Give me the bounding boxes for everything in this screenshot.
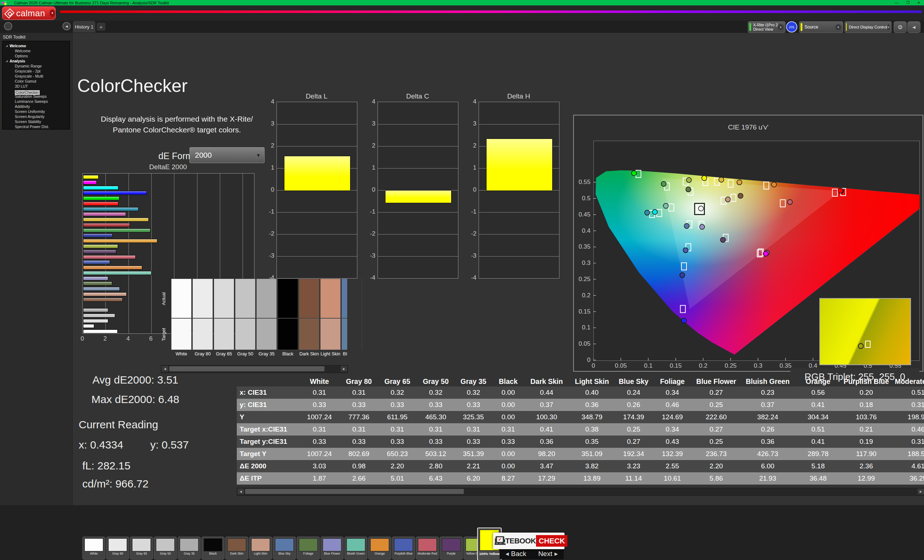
patch-column-gray-50[interactable]: Gray 50	[235, 279, 255, 356]
scroll-left-icon[interactable]: ◀	[237, 488, 244, 494]
patch-button-label: Foliage	[297, 552, 320, 555]
patch-column-white[interactable]: White	[171, 279, 192, 356]
meter-count-badge[interactable]: 231	[786, 21, 797, 33]
patch-button-moderate-red[interactable]: Moderate Red	[416, 536, 439, 560]
de-formula-select[interactable]: 2000 ▼	[189, 147, 265, 163]
deltae-bar-orange	[83, 265, 142, 270]
target-swatch	[192, 318, 213, 350]
target-swatch	[214, 318, 234, 350]
patch-button-light-skin[interactable]: Light Skin	[249, 536, 272, 560]
back-button[interactable]: ◀ Back	[506, 550, 526, 558]
patch-column-light-skin[interactable]: Light Skin	[320, 279, 341, 356]
patch-button-gray-80[interactable]: Gray 80	[106, 536, 129, 560]
sidebar-item-dynamic-range[interactable]: Dynamic Range	[3, 63, 70, 69]
sidebar-item-3d-lut[interactable]: 3D LUT	[3, 84, 70, 89]
actual-swatch	[299, 279, 320, 318]
patch-button-gray-35[interactable]: Gray 35	[178, 536, 201, 560]
sidebar-item-screen-angularity[interactable]: Screen Angularity	[3, 114, 70, 119]
patch-button-bluish-green[interactable]: Bluish Green	[344, 536, 368, 560]
patch-column-gray-65[interactable]: Gray 65	[214, 279, 234, 356]
patch-button-label: Dark Skin	[226, 552, 248, 555]
target-swatch	[235, 318, 255, 350]
y-tick-label: 2	[466, 142, 476, 150]
sidebar: SDR Toolkit ◢WelcomeWelcomeOptions◢Analy…	[0, 33, 72, 560]
sidebar-item-luminance-sweeps[interactable]: Luminance Sweeps	[3, 99, 70, 104]
delta-bar	[486, 139, 553, 191]
patch-button-orange[interactable]: Orange	[368, 536, 391, 560]
patch-column-gray-35[interactable]: Gray 35	[256, 279, 277, 356]
strip-scrollbar[interactable]: ◀▶	[161, 365, 348, 373]
back-arrow-icon: ◀	[506, 551, 509, 556]
workflow-tree: ◢WelcomeWelcomeOptions◢AnalysisDynamic R…	[2, 41, 70, 130]
sidebar-item-grayscale-multi[interactable]: Grayscale - Multi	[3, 73, 70, 79]
y-tick-label: -2	[365, 230, 375, 237]
sidebar-item-screen-stability[interactable]: Screen Stability	[3, 119, 70, 124]
expander-icon[interactable]: ◢	[6, 60, 8, 63]
sidebar-item-additivity[interactable]: Additivity	[3, 104, 70, 109]
measured-point-moderate-red	[788, 199, 793, 205]
patch-column-dark-skin[interactable]: Dark Skin	[299, 279, 320, 356]
table-row-target-y-cie31: Target y:CIE310.330.330.330.330.330.330.…	[237, 436, 924, 448]
patch-button-white[interactable]: White	[82, 536, 105, 560]
patch-column-gray-80[interactable]: Gray 80	[192, 279, 213, 356]
deltae-bar-purple	[83, 250, 116, 254]
sidebar-item-grayscale-2pt[interactable]: Grayscale - 2pt	[3, 69, 70, 73]
maximize-button[interactable]: ❐	[906, 1, 910, 5]
patch-chip	[275, 538, 294, 551]
column-header-moderate-red: Moderate Red	[892, 377, 924, 386]
gear-icon[interactable]: ⚙	[894, 21, 907, 33]
measured-point-bluish-green	[663, 204, 669, 208]
patch-button-blue-sky[interactable]: Blue Sky	[273, 536, 296, 560]
next-button[interactable]: Next ▶	[538, 550, 558, 558]
sidebar-item-screen-uniformity[interactable]: Screen Uniformity	[3, 109, 70, 114]
scroll-left-icon[interactable]: ◀	[162, 366, 168, 372]
actual-swatch	[235, 279, 255, 318]
patch-label: Black	[278, 352, 298, 356]
deltae-bar-red	[83, 223, 130, 227]
patch-button-gray-50[interactable]: Gray 50	[154, 536, 177, 560]
strip-scrollbar-thumb[interactable]	[169, 366, 324, 371]
patch-button-foliage[interactable]: Foliage	[297, 536, 320, 560]
table-scrollbar[interactable]: ◀ ▶	[237, 488, 924, 496]
expander-icon[interactable]: ◢	[6, 44, 8, 47]
sidebar-collapse-icon[interactable]: ◀	[63, 22, 71, 30]
calman-menu-button[interactable]: calman ▼	[2, 6, 56, 20]
patch-column-black[interactable]: Black	[278, 279, 298, 356]
patch-button-dark-skin[interactable]: Dark Skin	[225, 536, 248, 560]
patch-chip	[108, 538, 127, 551]
gridline	[277, 212, 357, 213]
gridline	[277, 146, 357, 147]
minimize-button[interactable]: —	[895, 1, 898, 5]
scroll-right-icon[interactable]: ▶	[918, 488, 924, 494]
sidebar-item-options[interactable]: Options	[3, 53, 70, 58]
patch-button-black[interactable]: Black	[201, 536, 225, 560]
patch-button-gray-65[interactable]: Gray 65	[130, 536, 153, 560]
cie-y-tick-label: 0.35	[574, 243, 591, 250]
cie-x-tick-label: 0.25	[722, 362, 740, 370]
sidebar-item-spectral-power-dist-[interactable]: Spectral Power Dist.	[3, 124, 70, 129]
tab-history-1[interactable]: History 1	[73, 21, 95, 33]
tree-group-analysis[interactable]: ◢Analysis	[3, 58, 70, 63]
table-scrollbar-thumb[interactable]	[245, 489, 464, 494]
cie-y-tick-label: 0.2	[574, 292, 591, 299]
meter-dropdown[interactable]: X-Rite i1Pro 2Direct View ▼	[748, 21, 785, 33]
add-tab-button[interactable]: +	[97, 23, 105, 31]
cie-y-tick-label: 0.45	[574, 211, 591, 218]
sidebar-item-saturation-sweeps[interactable]: Saturation Sweeps	[3, 94, 70, 99]
sidebar-item-welcome[interactable]: Welcome	[3, 48, 70, 53]
scroll-right-icon[interactable]: ▶	[341, 366, 347, 372]
patch-button-purple[interactable]: Purple	[440, 536, 463, 560]
cie-x-tick-label: 0.2	[694, 362, 712, 370]
panel-collapse-icon[interactable]: ◀	[908, 21, 920, 33]
close-button[interactable]: ✕	[918, 1, 920, 5]
display-control-dropdown[interactable]: Direct Display Control ▼	[844, 21, 891, 33]
measured-point-foliage	[686, 187, 691, 192]
patch-button-blue-flower[interactable]: Blue Flower	[321, 536, 344, 560]
patch-button-purplish-blue[interactable]: Purplish Blue	[392, 536, 415, 560]
tree-group-welcome[interactable]: ◢Welcome	[3, 43, 70, 48]
deltae-bar-gray-65	[83, 319, 108, 323]
sidebar-item-color-gamut[interactable]: Color Gamut	[3, 79, 70, 84]
patch-chip	[227, 538, 246, 551]
source-dropdown[interactable]: Source ▼	[799, 21, 843, 33]
layout-toggle-icon[interactable]	[4, 22, 12, 30]
